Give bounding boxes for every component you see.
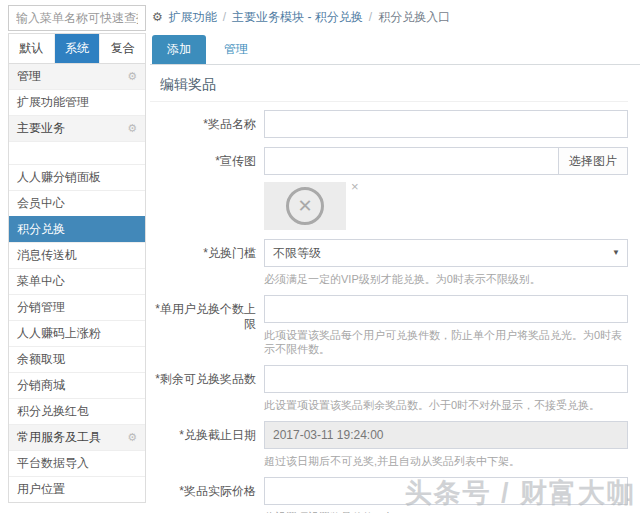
field-hint: 此项设置该奖品每个用户可兑换件数，防止单个用户将奖品兑光。为0时表示不限件数。: [264, 328, 628, 356]
sidebar-item-label: 管理: [17, 68, 41, 85]
main-content: ⚙扩展功能/主要业务模块 - 积分兑换/积分兑换入口 添加 管理 编辑奖品 *奖…: [150, 0, 640, 513]
sidebar-item-entry[interactable]: 积分兑换红包 ⚙: [9, 398, 145, 424]
cogs-icon: ⚙: [152, 10, 163, 24]
broken-image-icon: ✕: [286, 187, 324, 225]
prize-name-input[interactable]: [264, 110, 628, 138]
sidebar: 默认 系统 复合 管理 ⚙ 扩展功能管理 ⚙ 主要业务 ⚙ ⚙ 人人赚分销面板 …: [8, 5, 146, 503]
field-label: *单用户兑换个数上限: [150, 295, 264, 356]
field-label: *奖品名称: [150, 110, 264, 138]
sidebar-tab[interactable]: 默认: [9, 34, 55, 63]
sidebar-item-label: 扩展功能管理: [17, 94, 89, 111]
sidebar-item-label: 余额取现: [17, 351, 65, 368]
breadcrumb-bar: ⚙扩展功能/主要业务模块 - 积分兑换/积分兑换入口: [150, 0, 640, 33]
field-hint: 必须满足一定的VIP级别才能兑换。为0时表示不限级别。: [264, 272, 628, 286]
sidebar-item-label: 常用服务及工具: [17, 429, 101, 446]
sidebar-item-label: 菜单中心: [17, 273, 65, 290]
sidebar-tab-label: 复合: [111, 41, 135, 55]
select-value: 不限等级: [273, 246, 321, 260]
sidebar-item-label: 主要业务: [17, 120, 65, 137]
sidebar-item-entry[interactable]: 扩展功能管理 ⚙: [9, 89, 145, 115]
main-tab[interactable]: 管理: [209, 35, 263, 64]
form-title: 编辑奖品: [150, 69, 628, 102]
actual-price-input[interactable]: [264, 477, 628, 505]
breadcrumb-separator: /: [369, 10, 372, 24]
sidebar-tab[interactable]: 系统: [55, 34, 101, 63]
gear-icon[interactable]: ⚙: [127, 70, 137, 83]
page: 默认 系统 复合 管理 ⚙ 扩展功能管理 ⚙ 主要业务 ⚙ ⚙ 人人赚分销面板 …: [0, 0, 640, 513]
sidebar-item-header[interactable]: 常用服务及工具 ⚙: [9, 424, 145, 450]
menu-search-input[interactable]: [8, 5, 146, 31]
sidebar-item-label: 积分兑换红包: [17, 403, 89, 420]
choose-image-button[interactable]: 选择图片: [558, 147, 628, 175]
sidebar-tabs: 默认 系统 复合: [8, 33, 146, 64]
field-label: *兑换截止日期: [150, 421, 264, 468]
sidebar-item-entry[interactable]: 人人赚分销面板 ⚙: [9, 164, 145, 190]
main-tab[interactable]: 添加: [152, 35, 206, 64]
sidebar-search: [8, 5, 146, 31]
gear-icon[interactable]: ⚙: [127, 122, 137, 135]
sidebar-item-entry[interactable]: 积分兑换 ⚙: [9, 216, 145, 242]
field-actual-price: *奖品实际价格 此设置项设置奖品价格。如100: [150, 477, 628, 513]
edit-prize-form: 编辑奖品 *奖品名称 *宣传图 选择图片 ✕: [150, 65, 640, 513]
sidebar-item-label: 积分兑换: [17, 221, 65, 238]
sidebar-item-label: 分销管理: [17, 299, 65, 316]
remove-image-icon[interactable]: ×: [351, 179, 359, 194]
sidebar-item-label: 人人赚分销面板: [17, 169, 101, 186]
sidebar-item-label: 会员中心: [17, 195, 65, 212]
sidebar-item-header[interactable]: 管理 ⚙: [9, 64, 145, 89]
main-tabs: 添加 管理: [150, 35, 640, 65]
field-label: *宣传图: [150, 147, 264, 230]
sidebar-item-label: 平台数据导入: [17, 455, 89, 472]
sidebar-menu: 管理 ⚙ 扩展功能管理 ⚙ 主要业务 ⚙ ⚙ 人人赚分销面板 ⚙ 会员中心 ⚙ …: [8, 64, 146, 503]
sidebar-item-entry[interactable]: 菜单中心 ⚙: [9, 268, 145, 294]
main-tab-label: 添加: [167, 42, 191, 56]
sidebar-item-entry[interactable]: 平台数据导入 ⚙: [9, 450, 145, 476]
breadcrumb-separator: /: [223, 10, 226, 24]
field-redeem-threshold: *兑换门槛 不限等级 ▼ 必须满足一定的VIP级别才能兑换。为0时表示不限级别。: [150, 239, 628, 286]
sidebar-tab[interactable]: 复合: [100, 34, 145, 63]
sidebar-tab-label: 默认: [19, 41, 43, 55]
sidebar-item-entry[interactable]: 消息传送机 ⚙: [9, 242, 145, 268]
breadcrumb-link[interactable]: 主要业务模块 - 积分兑换: [232, 10, 363, 24]
sidebar-item[interactable]: ⚙: [9, 141, 145, 164]
sidebar-item-label: 分销商城: [17, 377, 65, 394]
sidebar-item-label: 消息传送机: [17, 247, 77, 264]
field-hint: 此设置项设置该奖品剩余奖品数。小于0时不对外显示，不接受兑换。: [264, 398, 628, 412]
main-tab-label: 管理: [224, 42, 248, 56]
breadcrumb-link[interactable]: 扩展功能: [169, 10, 217, 24]
sidebar-item-label: 人人赚码上涨粉: [17, 325, 101, 342]
field-prize-name: *奖品名称: [150, 110, 628, 138]
breadcrumb-current: 积分兑换入口: [378, 10, 450, 24]
breadcrumb: 扩展功能/主要业务模块 - 积分兑换/积分兑换入口: [169, 10, 450, 24]
sidebar-item-label: 用户位置: [17, 481, 65, 498]
sidebar-item-entry[interactable]: 人人赚码上涨粉 ⚙: [9, 320, 145, 346]
field-hint: 超过该日期后不可兑奖,并且自动从奖品列表中下架。: [264, 454, 628, 468]
field-label: *奖品实际价格: [150, 477, 264, 513]
field-label: *剩余可兑换奖品数: [150, 365, 264, 412]
sidebar-item-header[interactable]: 主要业务 ⚙: [9, 115, 145, 141]
per-user-limit-input[interactable]: [264, 295, 628, 323]
field-remaining-stock: *剩余可兑换奖品数 此设置项设置该奖品剩余奖品数。小于0时不对外显示，不接受兑换…: [150, 365, 628, 412]
deadline-input[interactable]: [264, 421, 628, 449]
sidebar-item-entry[interactable]: 分销商城 ⚙: [9, 372, 145, 398]
image-thumbnail: ✕: [264, 182, 346, 230]
sidebar-item-entry[interactable]: 用户位置 ⚙: [9, 476, 145, 502]
field-per-user-limit: *单用户兑换个数上限 此项设置该奖品每个用户可兑换件数，防止单个用户将奖品兑光。…: [150, 295, 628, 356]
field-promo-image: *宣传图 选择图片 ✕ ×: [150, 147, 628, 230]
chevron-down-icon: ▼: [612, 240, 620, 266]
redeem-threshold-select[interactable]: 不限等级 ▼: [264, 239, 628, 267]
sidebar-item-entry[interactable]: 分销管理 ⚙: [9, 294, 145, 320]
sidebar-item-entry[interactable]: 余额取现 ⚙: [9, 346, 145, 372]
sidebar-tab-label: 系统: [65, 41, 89, 55]
field-label: *兑换门槛: [150, 239, 264, 286]
sidebar-item-entry[interactable]: 会员中心 ⚙: [9, 190, 145, 216]
remaining-stock-input[interactable]: [264, 365, 628, 393]
field-deadline: *兑换截止日期 超过该日期后不可兑奖,并且自动从奖品列表中下架。: [150, 421, 628, 468]
gear-icon[interactable]: ⚙: [127, 431, 137, 444]
promo-image-input[interactable]: [264, 147, 558, 175]
